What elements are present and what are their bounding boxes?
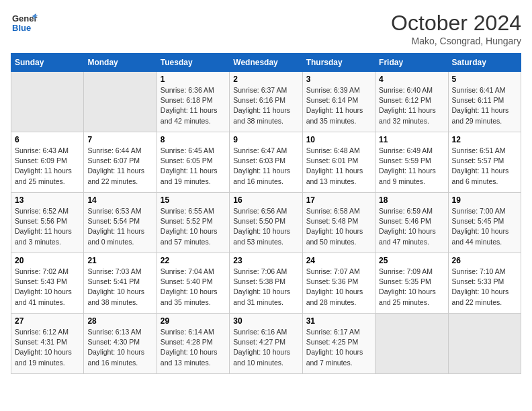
day-number: 7 <box>87 135 152 144</box>
calendar-cell: 26Sunrise: 7:10 AMSunset: 5:33 PMDayligh… <box>448 253 521 314</box>
calendar-cell: 1Sunrise: 6:36 AMSunset: 6:18 PMDaylight… <box>157 72 229 132</box>
calendar-cell: 8Sunrise: 6:45 AMSunset: 6:05 PMDaylight… <box>157 132 229 193</box>
calendar-cell: 27Sunrise: 6:12 AMSunset: 4:31 PMDayligh… <box>11 314 84 374</box>
day-header-tuesday: Tuesday <box>157 54 229 72</box>
calendar-cell <box>375 314 448 374</box>
calendar-cell: 7Sunrise: 6:44 AMSunset: 6:07 PMDaylight… <box>84 132 157 193</box>
calendar-cell <box>84 72 157 132</box>
day-number: 29 <box>161 316 226 326</box>
title-section: October 2024 Mako, Csongrad, Hungary <box>391 11 521 46</box>
day-number: 11 <box>379 135 444 144</box>
day-info: Sunrise: 6:55 AMSunset: 5:52 PMDaylight:… <box>161 206 226 247</box>
day-number: 8 <box>161 135 226 144</box>
calendar-cell: 21Sunrise: 7:03 AMSunset: 5:41 PMDayligh… <box>84 253 157 314</box>
calendar-cell: 15Sunrise: 6:55 AMSunset: 5:52 PMDayligh… <box>157 193 229 253</box>
day-info: Sunrise: 6:48 AMSunset: 6:01 PMDaylight:… <box>306 146 371 187</box>
calendar-cell: 9Sunrise: 6:47 AMSunset: 6:03 PMDaylight… <box>230 132 302 193</box>
calendar-cell: 10Sunrise: 6:48 AMSunset: 6:01 PMDayligh… <box>302 132 375 193</box>
calendar-cell: 16Sunrise: 6:56 AMSunset: 5:50 PMDayligh… <box>230 193 302 253</box>
day-info: Sunrise: 6:44 AMSunset: 6:07 PMDaylight:… <box>87 146 152 187</box>
calendar-cell: 13Sunrise: 6:52 AMSunset: 5:56 PMDayligh… <box>11 193 84 253</box>
day-info: Sunrise: 7:10 AMSunset: 5:33 PMDaylight:… <box>452 267 517 308</box>
day-number: 24 <box>306 256 371 265</box>
day-header-saturday: Saturday <box>448 54 521 72</box>
day-info: Sunrise: 7:07 AMSunset: 5:36 PMDaylight:… <box>306 267 371 308</box>
calendar-cell: 20Sunrise: 7:02 AMSunset: 5:43 PMDayligh… <box>11 253 84 314</box>
day-number: 15 <box>161 195 226 205</box>
calendar-cell <box>11 72 84 132</box>
day-info: Sunrise: 6:53 AMSunset: 5:54 PMDaylight:… <box>87 206 152 247</box>
day-info: Sunrise: 6:17 AMSunset: 4:25 PMDaylight:… <box>306 327 371 368</box>
day-header-wednesday: Wednesday <box>230 54 302 72</box>
day-number: 25 <box>379 256 444 265</box>
day-number: 12 <box>452 135 517 144</box>
day-number: 1 <box>161 75 226 84</box>
day-number: 6 <box>15 135 80 144</box>
day-info: Sunrise: 6:45 AMSunset: 6:05 PMDaylight:… <box>161 146 226 187</box>
calendar-cell: 17Sunrise: 6:58 AMSunset: 5:48 PMDayligh… <box>302 193 375 253</box>
day-header-thursday: Thursday <box>302 54 375 72</box>
calendar-cell: 22Sunrise: 7:04 AMSunset: 5:40 PMDayligh… <box>157 253 229 314</box>
day-number: 23 <box>233 256 298 265</box>
day-number: 14 <box>87 195 152 205</box>
day-number: 22 <box>161 256 226 265</box>
day-number: 5 <box>452 75 517 84</box>
week-row-2: 6Sunrise: 6:43 AMSunset: 6:09 PMDaylight… <box>11 132 521 193</box>
location: Mako, Csongrad, Hungary <box>391 36 521 46</box>
calendar-cell: 12Sunrise: 6:51 AMSunset: 5:57 PMDayligh… <box>448 132 521 193</box>
calendar-cell: 6Sunrise: 6:43 AMSunset: 6:09 PMDaylight… <box>11 132 84 193</box>
calendar-cell: 4Sunrise: 6:40 AMSunset: 6:12 PMDaylight… <box>375 72 448 132</box>
calendar-cell: 2Sunrise: 6:37 AMSunset: 6:16 PMDaylight… <box>230 72 302 132</box>
day-info: Sunrise: 6:59 AMSunset: 5:46 PMDaylight:… <box>379 206 444 247</box>
day-number: 4 <box>379 75 444 84</box>
svg-text:Blue: Blue <box>12 23 31 33</box>
logo: General Blue <box>11 11 38 35</box>
week-row-3: 13Sunrise: 6:52 AMSunset: 5:56 PMDayligh… <box>11 193 521 253</box>
week-row-5: 27Sunrise: 6:12 AMSunset: 4:31 PMDayligh… <box>11 314 521 374</box>
day-number: 13 <box>15 195 80 205</box>
day-number: 21 <box>87 256 152 265</box>
calendar-cell: 25Sunrise: 7:09 AMSunset: 5:35 PMDayligh… <box>375 253 448 314</box>
day-number: 27 <box>15 316 80 326</box>
day-info: Sunrise: 7:09 AMSunset: 5:35 PMDaylight:… <box>379 267 444 308</box>
day-number: 28 <box>87 316 152 326</box>
day-number: 20 <box>15 256 80 265</box>
day-number: 16 <box>233 195 298 205</box>
day-number: 30 <box>233 316 298 326</box>
day-number: 31 <box>306 316 371 326</box>
logo-icon: General Blue <box>11 11 38 35</box>
day-number: 17 <box>306 195 371 205</box>
day-info: Sunrise: 6:58 AMSunset: 5:48 PMDaylight:… <box>306 206 371 247</box>
day-info: Sunrise: 6:40 AMSunset: 6:12 PMDaylight:… <box>379 85 444 126</box>
day-info: Sunrise: 6:41 AMSunset: 6:11 PMDaylight:… <box>452 85 517 126</box>
day-info: Sunrise: 6:49 AMSunset: 5:59 PMDaylight:… <box>379 146 444 187</box>
header-row: SundayMondayTuesdayWednesdayThursdayFrid… <box>11 54 521 72</box>
calendar-cell: 19Sunrise: 7:00 AMSunset: 5:45 PMDayligh… <box>448 193 521 253</box>
day-info: Sunrise: 6:16 AMSunset: 4:27 PMDaylight:… <box>233 327 298 368</box>
day-info: Sunrise: 6:14 AMSunset: 4:28 PMDaylight:… <box>161 327 226 368</box>
svg-text:General: General <box>12 13 38 24</box>
day-header-friday: Friday <box>375 54 448 72</box>
calendar-cell: 31Sunrise: 6:17 AMSunset: 4:25 PMDayligh… <box>302 314 375 374</box>
day-number: 10 <box>306 135 371 144</box>
day-number: 18 <box>379 195 444 205</box>
day-info: Sunrise: 7:06 AMSunset: 5:38 PMDaylight:… <box>233 267 298 308</box>
day-info: Sunrise: 6:37 AMSunset: 6:16 PMDaylight:… <box>233 85 298 126</box>
calendar-cell: 5Sunrise: 6:41 AMSunset: 6:11 PMDaylight… <box>448 72 521 132</box>
day-header-monday: Monday <box>84 54 157 72</box>
day-number: 19 <box>452 195 517 205</box>
day-info: Sunrise: 6:56 AMSunset: 5:50 PMDaylight:… <box>233 206 298 247</box>
day-info: Sunrise: 7:00 AMSunset: 5:45 PMDaylight:… <box>452 206 517 247</box>
month-title: October 2024 <box>391 11 521 36</box>
day-info: Sunrise: 6:36 AMSunset: 6:18 PMDaylight:… <box>161 85 226 126</box>
day-number: 9 <box>233 135 298 144</box>
calendar-cell: 18Sunrise: 6:59 AMSunset: 5:46 PMDayligh… <box>375 193 448 253</box>
calendar-cell: 29Sunrise: 6:14 AMSunset: 4:28 PMDayligh… <box>157 314 229 374</box>
day-info: Sunrise: 6:12 AMSunset: 4:31 PMDaylight:… <box>15 327 80 368</box>
day-number: 2 <box>233 75 298 84</box>
day-info: Sunrise: 6:51 AMSunset: 5:57 PMDaylight:… <box>452 146 517 187</box>
calendar-cell: 3Sunrise: 6:39 AMSunset: 6:14 PMDaylight… <box>302 72 375 132</box>
page-header: General Blue October 2024 Mako, Csongrad… <box>11 11 521 46</box>
week-row-1: 1Sunrise: 6:36 AMSunset: 6:18 PMDaylight… <box>11 72 521 132</box>
calendar-cell: 11Sunrise: 6:49 AMSunset: 5:59 PMDayligh… <box>375 132 448 193</box>
